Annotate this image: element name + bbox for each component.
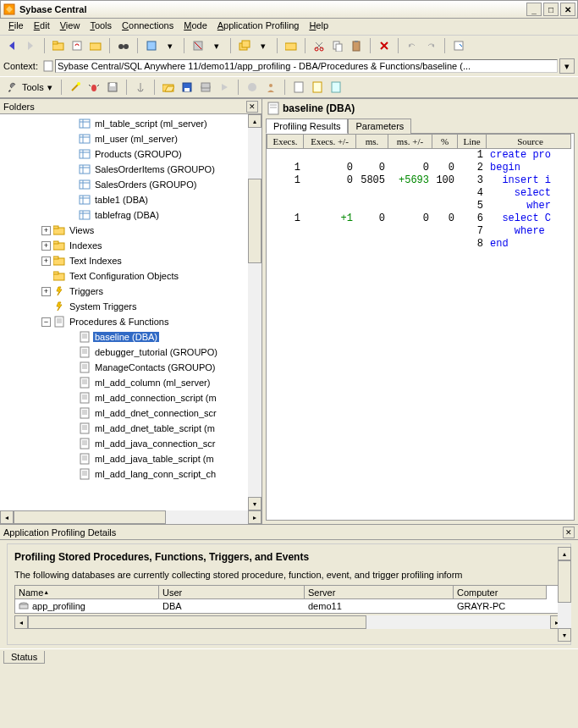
tree-item[interactable]: +Views <box>0 223 261 238</box>
properties-icon[interactable] <box>450 37 467 54</box>
tree-item[interactable]: ml_table_script (ml_server) <box>0 116 261 131</box>
profiling-row[interactable]: 4 select <box>267 187 574 200</box>
status-tab[interactable]: Status <box>3 651 45 664</box>
tree-item[interactable]: +Triggers <box>0 284 261 299</box>
anchor-icon[interactable] <box>132 79 149 96</box>
tree-item[interactable]: baseline (DBA) <box>0 329 261 345</box>
delete-icon[interactable] <box>376 37 393 54</box>
menu-app-profiling[interactable]: Application Profiling <box>212 19 305 35</box>
tree-item[interactable]: System Triggers <box>0 299 261 314</box>
person-icon[interactable] <box>262 79 279 96</box>
open-folder-icon[interactable] <box>50 37 67 54</box>
profiling-row[interactable]: 1+10006 select C <box>267 212 574 225</box>
bug-icon[interactable] <box>85 79 102 96</box>
tab-parameters[interactable]: Parameters <box>348 119 411 134</box>
open-icon[interactable] <box>160 79 177 96</box>
dcol-computer[interactable]: Computer <box>454 586 547 599</box>
profiling-row[interactable]: 5 wher <box>267 200 574 212</box>
profiling-row[interactable]: 100002begin <box>267 162 574 174</box>
server-icon[interactable] <box>143 37 160 54</box>
tree-item[interactable]: Text Configuration Objects <box>0 268 261 284</box>
close-folders-button[interactable]: ✕ <box>246 101 258 113</box>
tree-item[interactable]: +Text Indexes <box>0 253 261 268</box>
stack-icon[interactable] <box>197 79 214 96</box>
wizard-icon[interactable] <box>67 79 84 96</box>
disk-icon[interactable] <box>104 79 121 96</box>
doc2-icon[interactable] <box>309 79 326 96</box>
col-ms-delta[interactable]: ms. +/- <box>388 134 432 149</box>
tree-scrollbar-h[interactable]: ◂ ▸ <box>0 510 261 524</box>
context-dropdown[interactable]: ▾ <box>559 58 575 74</box>
minimize-button[interactable]: _ <box>526 3 542 16</box>
cut-icon[interactable] <box>311 37 328 54</box>
tools-dropdown[interactable]: Tools ▾ <box>3 80 56 95</box>
menu-view[interactable]: View <box>55 19 85 35</box>
server-off-icon[interactable] <box>190 37 206 54</box>
profiling-row[interactable]: 7 where <box>267 225 574 238</box>
tree-item[interactable]: ml_add_java_table_script (m <box>0 451 261 466</box>
details-table-row[interactable]: app_profiling DBA demo11 GRAYR-PC <box>15 599 563 613</box>
maximize-button[interactable]: □ <box>543 3 559 16</box>
context-input[interactable] <box>55 59 558 73</box>
tree-item[interactable]: ml_add_java_connection_scr <box>0 436 261 451</box>
play-icon[interactable] <box>216 79 233 96</box>
col-source[interactable]: Source <box>487 134 571 149</box>
dcol-name[interactable]: Name ▲ <box>15 586 159 599</box>
close-details-button[interactable]: ✕ <box>563 527 575 538</box>
col-pct[interactable]: % <box>432 134 458 149</box>
tree-item[interactable]: ml_add_column (ml_server) <box>0 375 261 390</box>
dcol-user[interactable]: User <box>159 586 305 599</box>
folder3-icon[interactable] <box>283 37 300 54</box>
tab-profiling-results[interactable]: Profiling Results <box>266 119 348 134</box>
chevron-down-icon[interactable]: ▾ <box>208 37 225 54</box>
tree-item[interactable]: ml_user (ml_server) <box>0 131 261 146</box>
col-execs-delta[interactable]: Execs. +/- <box>304 134 356 149</box>
tree-item[interactable]: ManageContacts (GROUPO) <box>0 360 261 375</box>
dcol-server[interactable]: Server <box>305 586 454 599</box>
back-button[interactable] <box>3 37 20 54</box>
tree-item[interactable]: SalesOrderItems (GROUPO) <box>0 162 261 177</box>
tree-item[interactable]: ml_add_lang_conn_script_ch <box>0 466 261 482</box>
tree-item[interactable]: +Indexes <box>0 238 261 253</box>
folders-tree[interactable]: ml_table_script (ml_server)ml_user (ml_s… <box>0 114 261 510</box>
tree-item[interactable]: table1 (DBA) <box>0 192 261 207</box>
chevron-down-icon[interactable]: ▾ <box>162 37 179 54</box>
details-scrollbar-h[interactable]: ◂ ▸ <box>14 615 564 629</box>
menu-connections[interactable]: Connections <box>117 19 179 35</box>
menu-mode[interactable]: Mode <box>179 19 212 35</box>
details-scrollbar-v[interactable]: ▴ ▾ <box>558 547 571 642</box>
tree-item[interactable]: −Procedures & Functions <box>0 314 261 329</box>
menu-edit[interactable]: Edit <box>29 19 55 35</box>
forward-button[interactable] <box>22 37 39 54</box>
copy-icon[interactable] <box>329 37 346 54</box>
profiling-row[interactable]: 8end <box>267 238 574 251</box>
tree-item[interactable]: SalesOrders (GROUPO) <box>0 177 261 192</box>
save-icon[interactable] <box>179 79 195 96</box>
profiling-row[interactable]: 1create pro <box>267 149 574 162</box>
doc3-icon[interactable] <box>328 79 344 96</box>
redo-icon[interactable] <box>422 37 439 54</box>
paste-icon[interactable] <box>348 37 365 54</box>
undo-icon[interactable] <box>404 37 421 54</box>
menu-file[interactable]: File <box>3 19 29 35</box>
tree-item[interactable]: debugger_tutorial (GROUPO) <box>0 345 261 360</box>
tree-scrollbar-v[interactable]: ▴ ▾ <box>248 114 261 510</box>
tree-item[interactable]: tablefrag (DBA) <box>0 207 261 223</box>
col-line[interactable]: Line <box>458 134 487 149</box>
tree-item[interactable]: ml_add_dnet_connection_scr <box>0 405 261 421</box>
menu-help[interactable]: Help <box>304 19 333 35</box>
layers-icon[interactable] <box>236 37 253 54</box>
profiling-row[interactable]: 105805+56931003 insert i <box>267 174 574 187</box>
run-icon[interactable] <box>244 79 261 96</box>
folder2-icon[interactable] <box>87 37 104 54</box>
doc1-icon[interactable] <box>290 79 307 96</box>
chevron-down-icon[interactable]: ▾ <box>255 37 272 54</box>
close-button[interactable]: ✕ <box>560 3 575 16</box>
col-execs[interactable]: Execs. <box>267 134 304 149</box>
menu-tools[interactable]: Tools <box>85 19 117 35</box>
refresh-icon[interactable] <box>69 37 85 54</box>
tree-item[interactable]: ml_add_dnet_table_script (m <box>0 421 261 436</box>
tree-item[interactable]: Products (GROUPO) <box>0 146 261 162</box>
tree-item[interactable]: ml_add_connection_script (m <box>0 390 261 405</box>
binoculars-icon[interactable] <box>115 37 132 54</box>
